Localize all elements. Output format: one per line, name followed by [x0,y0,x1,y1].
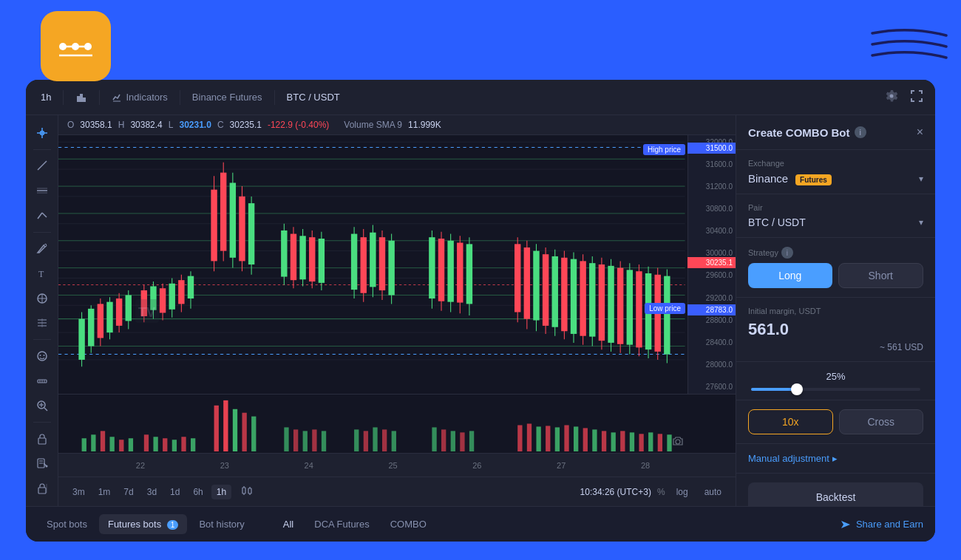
shape-tool[interactable] [30,287,54,310]
volume-label: Volume SMA 9 [344,120,402,130]
annotation-tool[interactable] [30,452,54,476]
short-button[interactable]: Short [838,263,924,288]
manual-adjustment-link[interactable]: Manual adjustment ▸ [748,453,923,464]
horizontal-line-tool[interactable] [30,179,54,202]
timeframe-6h[interactable]: 6h [188,485,208,499]
svg-rect-86 [188,276,194,298]
svg-rect-189 [392,431,396,451]
svg-rect-192 [451,431,455,451]
backtest-button[interactable]: Backtest [748,482,923,506]
emoji-tool[interactable] [30,344,54,368]
futures-bots-tab[interactable]: Futures bots 1 [99,514,187,534]
chevron-right-icon: ▸ [832,453,838,464]
svg-rect-211 [667,434,671,451]
slider-thumb[interactable] [791,383,803,395]
svg-point-27 [43,355,44,356]
chart-canvas[interactable]: TV 32000.0 31600.0 31200.0 30800.0 30400… [58,135,736,394]
info-icon[interactable]: i [855,126,866,138]
svg-rect-200 [564,425,568,451]
svg-rect-185 [354,429,359,451]
high-value: 30382.4 [130,120,162,130]
svg-rect-163 [82,438,86,451]
date-22: 22 [98,461,183,470]
price-bar: O 30358.1 H 30382.4 L 30231.0 C 30235.1 … [58,115,736,135]
filter-combo[interactable]: COMBO [381,514,435,534]
svg-rect-201 [574,426,578,451]
svg-rect-7 [83,98,86,102]
svg-rect-177 [233,409,237,451]
timeframe-3m[interactable]: 3m [67,485,90,499]
filter-tabs: All DCA Futures COMBO [274,514,435,534]
secure-tool[interactable] [30,477,54,500]
svg-rect-188 [382,429,387,451]
timeframe-selector[interactable]: 1h [35,89,57,106]
text-tool[interactable]: T [30,262,54,285]
svg-rect-207 [630,432,634,451]
filter-all[interactable]: All [274,514,302,534]
bot-history-tab[interactable]: Bot history [190,514,253,534]
strategy-info-icon[interactable]: i [781,247,793,259]
multi-line-tool[interactable] [30,204,54,228]
indicators-button[interactable]: Indicators [106,89,173,106]
tool-separator-3 [33,339,51,340]
measure-tool[interactable] [30,369,54,393]
date-26: 26 [435,461,519,470]
exchange-selector[interactable]: Binance Futures [186,89,268,106]
timeframe-1d[interactable]: 1d [165,485,185,499]
date-28: 28 [603,461,687,470]
spot-bots-tab[interactable]: Spot bots [38,514,96,534]
share-and-earn-button[interactable]: Share and Earn [840,519,923,530]
svg-rect-154 [636,271,642,347]
lock-tool[interactable] [30,427,54,451]
mode-button[interactable]: Cross [839,409,924,434]
timeframe-3d[interactable]: 3d [142,485,162,499]
svg-rect-122 [447,241,453,302]
pair-selector[interactable]: BTC / USDT [281,89,346,106]
svg-rect-144 [589,263,595,336]
svg-text:TV: TV [138,305,155,320]
volume-value: 11.999K [408,120,441,130]
svg-rect-208 [639,434,643,451]
svg-rect-94 [239,197,245,261]
svg-rect-166 [109,437,114,451]
backtest-section: Backtest [736,474,935,506]
crosshair-tool[interactable] [30,121,54,145]
svg-rect-197 [536,426,540,451]
fullscreen-button[interactable] [907,86,926,109]
indicators-icon [112,92,122,103]
camera-tool[interactable] [672,435,684,450]
timeframe-1m[interactable]: 1m [93,485,116,499]
pair-value-row[interactable]: BTC / USDT ▾ [748,216,923,228]
log-btn[interactable]: log [671,485,693,499]
toolbar-separator-4 [274,90,275,105]
svg-rect-168 [129,438,133,451]
filter-dca[interactable]: DCA Futures [305,514,378,534]
timeframe-1h[interactable]: 1h [211,485,231,499]
date-27: 27 [519,461,603,470]
pen-tool[interactable] [30,237,54,261]
low-price-value: 28783.0 [687,304,736,315]
pair-chevron: ▾ [919,217,923,228]
svg-rect-205 [611,432,616,451]
slider-track[interactable] [751,388,920,391]
line-tool[interactable] [30,154,54,178]
pair-value: BTC / USDT [748,216,806,228]
leverage-button[interactable]: 10x [748,409,833,434]
right-panel: Create COMBO Bot i × Exchange Binance Fu… [736,115,935,506]
margin-value: 561.0 [748,320,923,339]
close-panel-button[interactable]: × [917,126,923,139]
settings-button[interactable] [882,86,901,109]
timeframe-7d[interactable]: 7d [118,485,138,499]
auto-btn[interactable]: auto [699,485,727,499]
fibonacci-tool[interactable] [30,311,54,335]
long-button[interactable]: Long [748,263,832,288]
content-area: T [26,115,935,506]
futures-badge: Futures [795,174,832,185]
svg-rect-116 [388,241,394,296]
svg-rect-82 [169,284,175,310]
compare-button[interactable] [69,89,93,106]
svg-rect-198 [546,426,550,451]
chart-type-button[interactable] [240,484,254,500]
zoom-tool[interactable] [30,394,54,417]
exchange-value[interactable]: Binance Futures ▾ [748,172,923,185]
